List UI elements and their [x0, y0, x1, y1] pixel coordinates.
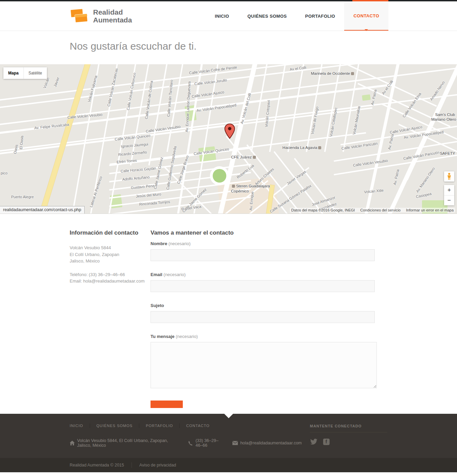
form-fields: Nombre (necesario)Email (necesario)Sujet… [151, 241, 378, 390]
map-road-shape [287, 64, 306, 152]
field-label: Sujeto [151, 303, 378, 308]
copyright-text: Realidad Aumentada © 2015 [70, 463, 124, 468]
field-label: Email (necesario) [151, 272, 378, 277]
address-line: Volcán Vesubio 5844 [70, 244, 151, 251]
map-road-shape [269, 64, 288, 152]
map-street-label: Av. Patria [370, 89, 377, 105]
footer-link-quienes-somos[interactable]: QUIÉNES SOMOS [96, 424, 133, 428]
map-type-mapa-button[interactable]: Mapa [3, 67, 23, 79]
form-field-tu-mensaje: Tu mensaje (necesario) [151, 334, 378, 390]
map-street-label: Ignacio Jáuregui [121, 142, 148, 149]
map-type-satelite-button[interactable]: Satélite [23, 67, 47, 79]
footer-connect-column: MANTENTE CONECTADO f [310, 423, 387, 448]
envelope-icon [232, 441, 238, 445]
report-error-link[interactable]: Informar un error en el mapa [406, 208, 454, 212]
connect-divider [310, 432, 387, 432]
page-title: Nos gustaría escuchar de ti. [70, 40, 457, 52]
logo-boxes-icon [70, 7, 89, 24]
map-street-label: Av. Volcán Popocatépetl [196, 103, 237, 113]
zoom-in-button[interactable]: + [444, 185, 454, 196]
pegman-control[interactable] [444, 171, 454, 182]
privacy-link[interactable]: Aviso de privacidad [139, 463, 176, 468]
contact-form-heading: Vamos a mantener el contacto [151, 230, 378, 236]
footer-phone: (33) 36–29–46–66 [195, 438, 224, 448]
map-poi-label[interactable]: Hacienda La Agavia [282, 146, 322, 150]
logo-text: Realidad Aumentada [93, 8, 132, 24]
nav-item-portafolio[interactable]: PORTAFOLIO [296, 1, 344, 31]
map-road-shape [362, 95, 371, 101]
pegman-icon [447, 173, 452, 180]
contact-form-column: Vamos a mantener el contacto Nombre (nec… [151, 230, 378, 409]
map-street-label: Javier [53, 76, 60, 87]
footer-address: Volcán Vesubio 5844, El Collí Urbano, Za… [77, 438, 180, 448]
submit-button[interactable] [151, 401, 183, 408]
site-logo[interactable]: Realidad Aumentada [70, 1, 132, 31]
sujeto-input[interactable] [151, 311, 375, 323]
map-attribution: Datos del mapa ©2016 Google, INEGI Condi… [290, 208, 455, 213]
zoom-out-button[interactable]: − [444, 196, 454, 206]
footer-nav-separator [139, 423, 139, 428]
map-street-label: Calle Volcán Paricutin [341, 141, 378, 151]
main-nav: INICIOQUIÉNES SOMOSPORTAFOLIOCONTACTO [206, 1, 388, 31]
map-poi-label[interactable]: Mariano Otero [431, 117, 456, 121]
map-poi-label[interactable]: Sam's Club [435, 113, 455, 117]
contact-info-heading: Información del contacto [70, 230, 151, 236]
field-label: Nombre (necesario) [151, 241, 378, 246]
contact-section: Información del contacto Volcán Vesubio … [0, 214, 457, 414]
map-poi-label[interactable]: CFE Juárez [231, 155, 257, 159]
poi-icon [232, 185, 235, 188]
tu-mensaje-input[interactable] [151, 342, 377, 388]
terms-link[interactable]: Condiciones del servicio [360, 208, 401, 212]
map-street-label: Calle Volcán Zacatecas [106, 68, 119, 107]
map-street-label: Calle Guillermo Sepúlveda [165, 146, 177, 190]
nav-item-quienes-somos[interactable]: QUIÉNES SOMOS [238, 1, 296, 31]
map-street-label: Oasis [13, 144, 19, 154]
field-label: Tu mensaje (necesario) [151, 334, 378, 339]
footer-email: hola@realidadaumentadaar.com [240, 441, 302, 445]
map-street-label: Av. Mariano Otero [415, 166, 436, 193]
map-poi-label[interactable]: Marinela de Occidente [311, 71, 355, 75]
footer-nav: INICIOQUIÉNES SOMOSPORTAFOLIOCONTACTO [70, 423, 310, 428]
poi-icon [318, 146, 321, 149]
map-canvas[interactable]: Calle Volcán Cofre de PeroteCalle Volcán… [0, 64, 457, 214]
nombre-input[interactable] [151, 249, 375, 261]
site-header: Realidad Aumentada INICIOQUIÉNES SOMOSPO… [0, 1, 457, 31]
page-title-section: Nos gustaría escuchar de ti. [0, 31, 457, 64]
footer-link-portafolio[interactable]: PORTAFOLIO [146, 424, 173, 428]
footer-link-contacto[interactable]: CONTACTO [186, 424, 210, 428]
map-street-label: Volcán Xitle [364, 188, 384, 194]
home-icon [70, 441, 75, 445]
facebook-icon[interactable]: f [322, 438, 330, 445]
email-input[interactable] [151, 280, 375, 292]
form-field-nombre: Nombre (necesario) [151, 241, 378, 261]
map-street-label: Puerto Alegre [11, 195, 34, 199]
site-footer: INICIOQUIÉNES SOMOSPORTAFOLIOCONTACTO Vo… [0, 414, 457, 472]
top-accent-bar [0, 0, 457, 1]
contact-info-column: Información del contacto Volcán Vesubio … [70, 230, 151, 409]
map-poi-label[interactable]: Copérnico [231, 189, 249, 193]
address-line: El Collí Urbano, Zapopan [70, 251, 151, 258]
phone-line: Teléfono: (33) 36–29–46–66 [70, 271, 151, 278]
map-road-shape [213, 169, 226, 183]
map-poi-label[interactable]: SAFETY [440, 151, 455, 155]
map-marker-icon[interactable] [224, 123, 235, 139]
map-street-label: Volcán Cotopaxi [264, 100, 271, 127]
poi-icon [351, 72, 354, 75]
social-links: f [310, 438, 387, 445]
map-street-label: Efrén Torres [117, 158, 137, 164]
footer-nav-separator [90, 423, 90, 428]
map-street-label: Av. Felipe Ruvalcaba [34, 122, 69, 130]
map-poi-label[interactable]: Steren Guadalajara [231, 184, 270, 188]
footer-bottom-bar: Realidad Aumentada © 2015 Aviso de priva… [0, 458, 457, 472]
map-street-label: Adolfo Antuñano [122, 175, 150, 182]
footer-link-inicio[interactable]: INICIO [70, 424, 83, 428]
form-field-sujeto: Sujeto [151, 303, 378, 323]
map-type-control: Mapa Satélite [3, 67, 47, 79]
nav-item-inicio[interactable]: INICIO [206, 1, 238, 31]
map-street-label: Av. Patria [392, 169, 400, 185]
logo-line-1: Realidad [93, 8, 132, 16]
email-line: Email: hola@realidadaumetadaar.com [70, 278, 151, 285]
logo-line-2: Aumentada [93, 16, 132, 24]
nav-item-contacto[interactable]: CONTACTO [344, 1, 388, 31]
twitter-icon[interactable] [310, 438, 317, 445]
